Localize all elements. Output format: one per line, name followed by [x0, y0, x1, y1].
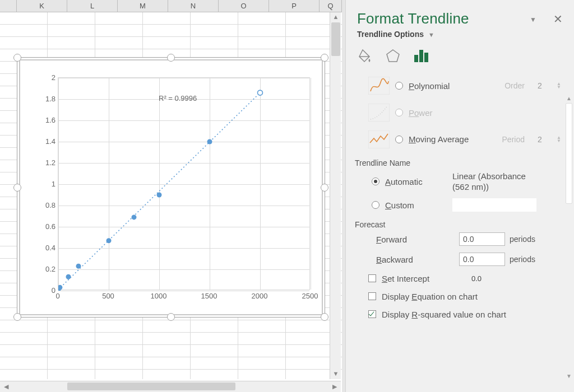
radio-polynomial[interactable] — [395, 82, 403, 90]
pane-vertical-scrollbar[interactable]: ▲ ▼ — [565, 95, 573, 381]
column-header[interactable]: L — [67, 0, 118, 12]
svg-point-2 — [58, 285, 62, 290]
automatic-label: Automatic — [385, 177, 447, 186]
order-spinner[interactable]: 2▲▼ — [533, 79, 562, 92]
svg-point-5 — [107, 238, 112, 243]
scroll-thumb[interactable] — [566, 103, 572, 204]
scroll-up-icon[interactable]: ▲ — [330, 12, 341, 22]
svg-point-6 — [132, 214, 137, 220]
r-squared-label: R² = 0.9996 — [159, 94, 197, 102]
scroll-right-icon[interactable]: ▶ — [328, 383, 341, 390]
cell-grid[interactable]: 00.20.40.60.811.21.41.61.82 050010001500… — [0, 12, 342, 379]
checkbox-set-intercept[interactable] — [368, 274, 376, 282]
pane-subtitle-label: Trendline Options — [357, 30, 424, 39]
forward-input[interactable] — [459, 232, 505, 246]
period-spinner[interactable]: 2▲▼ — [533, 133, 562, 146]
svg-rect-15 — [368, 104, 390, 122]
svg-rect-12 — [419, 50, 423, 62]
radio-power — [395, 109, 403, 116]
svg-marker-10 — [387, 50, 399, 62]
display-equation-label: Display Equation on chart — [382, 292, 478, 301]
embedded-chart[interactable]: 00.20.40.60.811.21.41.61.82 050010001500… — [17, 57, 325, 318]
polynomial-icon — [368, 76, 390, 95]
column-headers[interactable]: KLMNOPQ — [0, 0, 342, 12]
radio-custom[interactable] — [372, 201, 379, 209]
svg-point-3 — [66, 274, 71, 279]
scroll-left-icon[interactable]: ◀ — [0, 383, 12, 390]
resize-handle[interactable] — [13, 313, 21, 321]
backward-input[interactable] — [459, 253, 505, 266]
display-rsquared-label: Display R-squared value on chart — [382, 310, 506, 319]
svg-point-7 — [157, 193, 162, 198]
column-header[interactable]: K — [17, 0, 67, 12]
radio-moving-average[interactable] — [395, 136, 403, 143]
pane-menu-icon[interactable]: ▼ — [530, 16, 536, 24]
horizontal-scrollbar[interactable]: ◀ ▶ — [0, 381, 341, 392]
svg-rect-11 — [414, 55, 418, 62]
scroll-down-icon[interactable]: ▼ — [565, 373, 573, 381]
polynomial-label: Polynomial — [409, 81, 499, 91]
column-header[interactable] — [0, 0, 17, 12]
set-intercept-label: Set Intercept — [382, 274, 466, 283]
moving-average-label: Moving Average — [409, 135, 497, 144]
radio-automatic[interactable] — [372, 178, 379, 185]
order-label: Order — [504, 81, 525, 90]
spreadsheet-area: KLMNOPQ 00.20.40.60.811.21.41.61.82 0500… — [0, 0, 342, 392]
svg-rect-13 — [424, 53, 428, 62]
trendline-options-icon[interactable] — [413, 48, 430, 63]
forward-unit: periods — [510, 235, 535, 244]
y-axis-ticks: 00.20.40.60.811.21.41.61.82 — [34, 77, 55, 290]
close-icon[interactable]: ✕ — [553, 12, 563, 26]
resize-handle[interactable] — [167, 54, 175, 62]
column-header[interactable]: P — [269, 0, 320, 12]
effects-icon[interactable] — [385, 48, 401, 63]
column-header[interactable]: Q — [320, 0, 342, 12]
set-intercept-value: 0.0 — [471, 274, 482, 283]
scroll-down-icon[interactable]: ▼ — [330, 369, 341, 379]
resize-handle[interactable] — [167, 313, 175, 321]
vertical-scrollbar[interactable]: ▲ ▼ — [330, 12, 341, 379]
column-header[interactable]: O — [219, 0, 269, 12]
pane-subtitle[interactable]: Trendline Options ▼ — [346, 30, 574, 40]
column-header[interactable]: M — [118, 0, 168, 12]
plot-area[interactable] — [58, 77, 310, 290]
automatic-name-value: Linear (Absorbance (562 nm)) — [452, 171, 536, 193]
scroll-thumb[interactable] — [67, 382, 235, 390]
period-label: Period — [502, 135, 525, 144]
forward-label: Forward — [376, 235, 455, 244]
power-icon — [368, 103, 390, 122]
custom-label: Custom — [385, 200, 447, 210]
scroll-thumb[interactable] — [331, 22, 340, 56]
resize-handle[interactable] — [13, 184, 21, 192]
backward-unit: periods — [510, 255, 535, 264]
svg-point-4 — [76, 264, 81, 269]
checkbox-display-rsquared[interactable] — [368, 310, 376, 318]
forecast-head: Forecast — [355, 214, 562, 229]
svg-rect-16 — [368, 130, 390, 148]
backward-label: Backward — [376, 255, 455, 264]
svg-line-0 — [58, 93, 260, 290]
pane-title: Format Trendline — [357, 10, 524, 27]
custom-name-input[interactable] — [452, 198, 536, 212]
chevron-down-icon: ▼ — [428, 31, 434, 38]
trendline-name-head: Trendline Name — [355, 153, 562, 167]
resize-handle[interactable] — [321, 184, 328, 192]
scroll-up-icon[interactable]: ▲ — [565, 95, 573, 103]
svg-point-8 — [207, 139, 212, 144]
moving-average-icon — [368, 130, 390, 149]
svg-point-9 — [258, 90, 263, 95]
resize-handle[interactable] — [321, 313, 328, 321]
power-label: Power — [409, 108, 562, 118]
checkbox-display-equation[interactable] — [368, 292, 376, 300]
column-header[interactable]: N — [168, 0, 219, 12]
fill-line-icon[interactable] — [357, 48, 373, 63]
resize-handle[interactable] — [13, 54, 21, 62]
format-trendline-pane: Format Trendline ▼ ✕ Trendline Options ▼ — [345, 0, 574, 392]
x-axis-ticks: 05001000150020002500 — [58, 292, 310, 303]
resize-handle[interactable] — [321, 54, 328, 62]
